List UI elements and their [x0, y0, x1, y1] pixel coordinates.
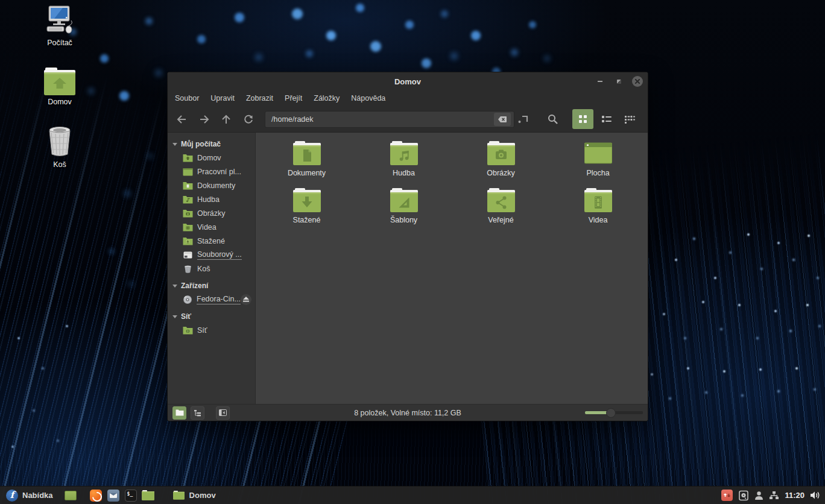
optical-disc-icon: [183, 295, 192, 304]
folder-pictures-icon: [487, 141, 515, 165]
compact-view-button[interactable]: [619, 109, 640, 129]
folder-templates-icon: [390, 188, 418, 212]
terminal-icon: $_: [125, 490, 137, 502]
sidebar-item-videa[interactable]: Videa: [168, 220, 255, 234]
user-applet-icon[interactable]: [754, 491, 763, 500]
folder-videos-icon: [183, 223, 193, 232]
folder-home-icon: [183, 154, 193, 162]
search-button[interactable]: [543, 113, 561, 126]
sidebar-item-souborovy-system[interactable]: Souborový ...: [168, 248, 255, 262]
sidebar-item-hudba[interactable]: Hudba: [168, 192, 255, 206]
desktop-icon-computer[interactable]: Počítač: [32, 5, 87, 47]
list-view-button[interactable]: [596, 109, 617, 129]
file-manager-window: Domov Soubor Upravit Zobrazit Přejít Zál…: [168, 72, 648, 421]
forward-button[interactable]: [197, 113, 210, 126]
titlebar[interactable]: Domov: [168, 72, 648, 90]
terminal-launcher[interactable]: $_: [124, 487, 138, 504]
computer-icon: [32, 5, 87, 36]
file-verejne[interactable]: Veřejné: [452, 188, 549, 235]
update-manager-icon[interactable]: [721, 490, 733, 501]
network-applet-icon[interactable]: [769, 491, 779, 500]
files-launcher[interactable]: [142, 487, 155, 504]
mail-launcher[interactable]: [107, 487, 120, 504]
network-folder-icon: [183, 326, 193, 335]
folder-music-icon: [390, 141, 418, 165]
desktop-icon-label: Domov: [32, 98, 87, 106]
firefox-launcher[interactable]: [89, 487, 103, 504]
volume-applet-icon[interactable]: [810, 491, 820, 500]
clear-path-button[interactable]: [494, 113, 511, 126]
folder-music-icon: [183, 195, 193, 204]
file-stazene[interactable]: Stažené: [258, 188, 355, 235]
desktop-icon-label: Počítač: [32, 39, 87, 47]
sidebar-item-obrazky[interactable]: Obrázky: [168, 206, 255, 220]
back-button[interactable]: [175, 113, 188, 126]
sidebar-item-dokumenty[interactable]: Dokumenty: [168, 178, 255, 192]
folder-videos-icon: [584, 188, 612, 212]
sidebar-item-kos[interactable]: Koš: [168, 262, 255, 276]
folder-desktop-icon: [183, 168, 193, 176]
desktop-icon-trash[interactable]: Koš: [32, 125, 87, 169]
trash-icon: [32, 125, 87, 158]
minimize-button[interactable]: [595, 76, 605, 87]
sidebar-section-my-computer[interactable]: Můj počítač: [168, 137, 255, 151]
trash-small-icon: [183, 265, 193, 273]
menu-button[interactable]: f Nabídka: [5, 487, 59, 504]
file-sablony[interactable]: Šablony: [355, 188, 452, 235]
sidebar-item-pracovni-plocha[interactable]: Pracovní pl...: [168, 165, 255, 178]
show-desktop-button[interactable]: [64, 487, 77, 504]
file-videa[interactable]: Videa: [549, 188, 646, 235]
file-obrazky[interactable]: Obrázky: [452, 141, 549, 188]
menu-zobrazit[interactable]: Zobrazit: [246, 94, 273, 102]
sidebar-item-sit[interactable]: Síť: [168, 323, 255, 337]
wallpaper-fiber-dots: [0, 0, 1, 1]
panel: f Nabídka $_ Domov: [0, 486, 825, 504]
refresh-button[interactable]: [242, 113, 255, 126]
toggle-location-entry-button[interactable]: [514, 113, 533, 126]
collapse-arrow-icon[interactable]: [172, 315, 177, 318]
sidebar-item-fedora-cinnamon[interactable]: Fedora-Cin...: [168, 292, 255, 306]
eject-button[interactable]: [241, 294, 251, 305]
window-title: Domov: [168, 77, 648, 86]
zoom-slider-handle[interactable]: [606, 408, 616, 418]
desktop-icon-home[interactable]: Domov: [32, 68, 87, 106]
collapse-arrow-icon[interactable]: [172, 285, 177, 288]
window-list-item-domov[interactable]: Domov: [167, 487, 222, 504]
path-value: /home/radek: [271, 115, 494, 124]
folder-downloads-icon: [183, 237, 193, 245]
folder-public-icon: [487, 188, 515, 212]
fedora-logo-icon: f: [6, 490, 18, 502]
close-button[interactable]: [632, 76, 643, 87]
menu-napoveda[interactable]: Nápověda: [351, 94, 385, 102]
menu-prejit[interactable]: Přejít: [285, 94, 302, 102]
show-desktop-icon: [65, 491, 77, 500]
home-folder-icon: [32, 68, 87, 95]
clock[interactable]: 11:20: [785, 491, 804, 500]
path-input[interactable]: /home/radek: [265, 111, 514, 128]
statusbar: 8 položek, Volné místo: 11,2 GB: [168, 404, 648, 421]
firefox-icon: [90, 490, 102, 502]
filesystem-icon: [183, 251, 193, 259]
sidebar: Můj počítač Domov Pracovní pl... Dokumen…: [168, 133, 256, 404]
zoom-slider[interactable]: [585, 408, 643, 418]
removable-media-icon[interactable]: [738, 490, 749, 501]
sidebar-section-zarizeni[interactable]: Zařízení: [168, 279, 255, 292]
file-view[interactable]: Dokumenty Hudba: [256, 133, 648, 404]
mail-icon: [107, 490, 119, 502]
sidebar-item-stazene[interactable]: Stažené: [168, 234, 255, 248]
folder-documents-icon: [183, 181, 193, 190]
file-dokumenty[interactable]: Dokumenty: [258, 141, 355, 188]
menu-zalozky[interactable]: Záložky: [314, 94, 340, 102]
maximize-button[interactable]: [613, 76, 624, 87]
menu-upravit[interactable]: Upravit: [210, 94, 235, 102]
icon-view-button[interactable]: [572, 109, 593, 129]
sidebar-item-domov[interactable]: Domov: [168, 151, 255, 165]
collapse-arrow-icon[interactable]: [172, 143, 177, 146]
menu-soubor[interactable]: Soubor: [175, 94, 199, 102]
folder-pictures-icon: [183, 209, 193, 218]
up-button[interactable]: [220, 113, 233, 126]
sidebar-section-sit[interactable]: Síť: [168, 310, 255, 323]
file-hudba[interactable]: Hudba: [355, 141, 452, 188]
toolbar: /home/radek: [168, 106, 648, 133]
file-plocha[interactable]: Plocha: [549, 141, 646, 188]
